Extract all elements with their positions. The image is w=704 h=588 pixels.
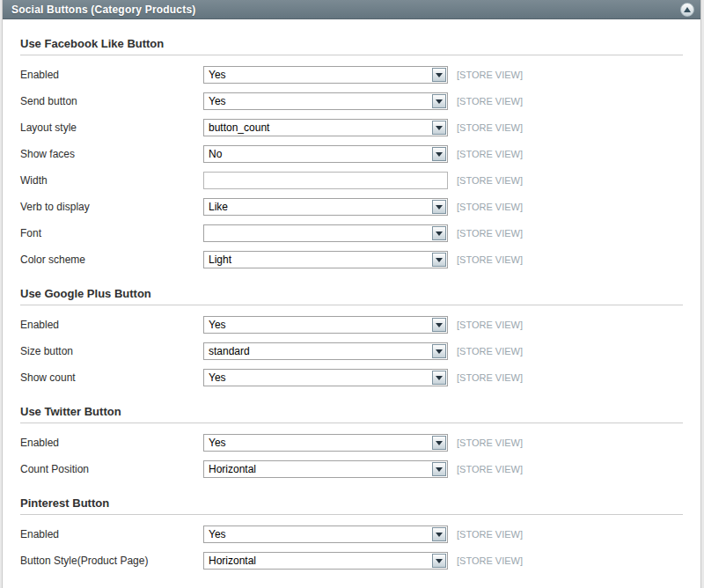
field-label: Font — [20, 227, 203, 239]
chevron-down-icon[interactable] — [432, 68, 446, 82]
field-control: Horizontal — [203, 460, 448, 478]
store-view-scope-label: [STORE VIEW] — [457, 175, 523, 186]
section-use-facebook-like-button: Use Facebook Like ButtonEnabledYes[STORE… — [20, 37, 683, 273]
enabled-select[interactable]: Yes — [203, 434, 448, 452]
arrow-glyph — [436, 323, 443, 327]
arrow-glyph — [436, 99, 443, 104]
select-value: Yes — [204, 526, 447, 542]
field-label: Count Position — [20, 463, 203, 475]
field-row: EnabledYes[STORE VIEW] — [20, 62, 683, 88]
field-row: Send buttonYes[STORE VIEW] — [20, 88, 683, 114]
size-button-select[interactable]: standard — [203, 342, 448, 360]
store-view-scope-label: [STORE VIEW] — [457, 464, 523, 474]
arrow-glyph — [436, 467, 443, 472]
field-control: standard — [203, 342, 448, 360]
chevron-down-icon[interactable] — [432, 318, 446, 332]
section-heading: Use Facebook Like Button — [20, 37, 683, 55]
send-button-select[interactable]: Yes — [203, 92, 448, 110]
arrow-glyph — [436, 349, 443, 354]
field-control: Yes — [203, 434, 448, 452]
store-view-scope-label: [STORE VIEW] — [457, 228, 523, 239]
field-control: Yes — [203, 66, 448, 84]
chevron-down-icon[interactable] — [432, 226, 446, 240]
field-control: Yes — [203, 92, 448, 110]
count-position-select[interactable]: Horizontal — [203, 460, 448, 478]
chevron-down-icon[interactable] — [432, 253, 446, 267]
section-heading: Pinterest Button — [20, 496, 683, 515]
field-row: Show countYes[STORE VIEW] — [20, 364, 683, 391]
field-row: Width[STORE VIEW] — [20, 167, 683, 194]
show-faces-select[interactable]: No — [203, 145, 448, 163]
field-row: Size buttonstandard[STORE VIEW] — [20, 338, 683, 364]
store-view-scope-label: [STORE VIEW] — [457, 372, 523, 383]
chevron-up-icon — [684, 7, 691, 12]
arrow-glyph — [436, 258, 443, 262]
chevron-down-icon[interactable] — [432, 200, 446, 214]
field-row: Button Style(Product Page)Horizontal[STO… — [20, 548, 683, 574]
field-control: Horizontal — [203, 552, 448, 570]
field-row: Color schemeLight[STORE VIEW] — [20, 246, 683, 273]
field-label: Size button — [20, 345, 203, 357]
social-buttons-config-panel: Social Buttons (Category Products) Use F… — [2, 0, 701, 588]
panel-title: Social Buttons (Category Products) — [11, 4, 196, 16]
arrow-glyph — [436, 232, 443, 236]
arrow-glyph — [436, 152, 443, 157]
width-input[interactable] — [203, 172, 448, 189]
select-value: standard — [204, 343, 447, 359]
enabled-select[interactable]: Yes — [203, 316, 448, 334]
select-value: Horizontal — [204, 461, 447, 477]
chevron-down-icon[interactable] — [432, 147, 446, 161]
select-value: Yes — [204, 317, 447, 333]
arrow-glyph — [436, 441, 443, 445]
field-control — [203, 172, 448, 189]
chevron-down-icon[interactable] — [432, 436, 446, 450]
field-row: EnabledYes[STORE VIEW] — [20, 521, 683, 548]
font-select[interactable] — [203, 224, 448, 242]
chevron-down-icon[interactable] — [432, 527, 446, 541]
select-value: No — [204, 146, 447, 162]
enabled-select[interactable]: Yes — [203, 526, 448, 543]
select-value: Horizontal — [204, 553, 447, 569]
color-scheme-select[interactable]: Light — [203, 251, 448, 268]
store-view-scope-label: [STORE VIEW] — [457, 437, 523, 448]
collapse-button[interactable] — [680, 3, 694, 17]
select-value: Yes — [204, 435, 447, 451]
layout-style-select[interactable]: button_count — [203, 119, 448, 136]
select-value: Yes — [204, 67, 447, 83]
field-label: Show count — [20, 371, 203, 384]
field-control — [203, 224, 448, 242]
store-view-scope-label: [STORE VIEW] — [457, 254, 523, 265]
button-style-product-page-select[interactable]: Horizontal — [203, 552, 448, 570]
field-label: Send button — [20, 95, 203, 107]
store-view-scope-label: [STORE VIEW] — [457, 149, 523, 159]
field-row: Count PositionHorizontal[STORE VIEW] — [20, 456, 683, 482]
field-control: Yes — [203, 526, 448, 543]
arrow-glyph — [436, 376, 443, 380]
field-label: Button Style(Product Page) — [20, 555, 203, 567]
enabled-select[interactable]: Yes — [203, 66, 448, 84]
field-control: No — [203, 145, 448, 163]
field-label: Enabled — [20, 319, 203, 331]
field-control: Light — [203, 251, 448, 268]
store-view-scope-label: [STORE VIEW] — [457, 70, 523, 80]
chevron-down-icon[interactable] — [432, 344, 446, 358]
panel-header: Social Buttons (Category Products) — [3, 0, 700, 19]
show-count-select[interactable]: Yes — [203, 369, 448, 386]
field-row: Verb to displayLike[STORE VIEW] — [20, 194, 683, 220]
chevron-down-icon[interactable] — [432, 462, 446, 476]
field-label: Enabled — [20, 69, 203, 81]
chevron-down-icon[interactable] — [432, 94, 446, 108]
select-value: Yes — [204, 370, 447, 386]
field-label: Verb to display — [20, 201, 203, 213]
chevron-down-icon[interactable] — [432, 121, 446, 135]
chevron-down-icon[interactable] — [432, 371, 446, 385]
select-value: Like — [204, 199, 447, 215]
field-row: Layout stylebutton_count[STORE VIEW] — [20, 114, 683, 141]
field-row: Show facesNo[STORE VIEW] — [20, 141, 683, 167]
chevron-down-icon[interactable] — [432, 554, 446, 568]
field-control: Yes — [203, 316, 448, 334]
store-view-scope-label: [STORE VIEW] — [457, 122, 523, 133]
section-use-google-plus-button: Use Google Plus ButtonEnabledYes[STORE V… — [20, 287, 683, 391]
verb-to-display-select[interactable]: Like — [203, 198, 448, 216]
field-label: Color scheme — [20, 254, 203, 266]
